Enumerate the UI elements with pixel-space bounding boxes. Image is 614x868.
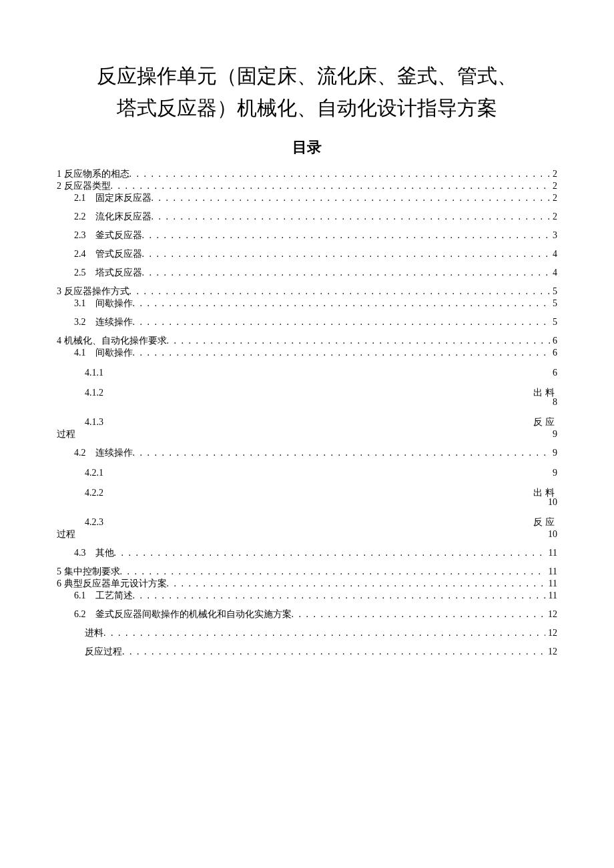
toc-leader-dots [151, 193, 551, 203]
toc-label: 2.2 流化床反应器 [57, 212, 151, 222]
toc-entry: 5 集中控制要求11 [57, 567, 557, 576]
toc-page-number: 12 [545, 610, 557, 619]
toc-entry: 3.2 连续操作5 [57, 318, 557, 327]
toc-page-number: 2 [550, 169, 557, 179]
toc-leader-dots [133, 348, 551, 358]
toc-page-number: 9 [553, 468, 557, 478]
toc-page-number: 5 [550, 299, 557, 308]
toc-entry: 4.1.2出料8 [57, 388, 557, 407]
toc-label: 5 集中控制要求 [57, 567, 120, 576]
toc-entry: 3.1 间歇操作5 [57, 299, 557, 308]
toc-label: 反应过程 [57, 647, 122, 657]
toc-entry-continuation: 过程10 [57, 530, 557, 539]
toc-cont-text: 过程 [57, 430, 75, 439]
toc-entry: 反应过程12 [57, 647, 557, 657]
toc-page-number: 9 [553, 430, 557, 439]
toc-page-number: 11 [546, 567, 557, 576]
toc-right: 反应 [533, 418, 557, 427]
toc-leader-dots [111, 181, 551, 191]
toc-entry: 4.2.3反应 [57, 518, 557, 527]
toc-leader-dots [151, 212, 551, 222]
toc-right: 出料10 [533, 488, 557, 507]
toc-label: 3.2 连续操作 [57, 318, 133, 327]
toc-label: 6.2 釜式反应器间歇操作的机械化和自动化实施方案 [57, 610, 292, 619]
toc-heading: 目录 [57, 137, 557, 157]
toc-right-text: 反应 [533, 517, 557, 527]
toc-page-number: 9 [550, 448, 557, 458]
toc-label: 6.1 工艺简述 [57, 591, 133, 600]
toc-label: 4.1.2 [57, 388, 103, 407]
toc-label: 3 反应器操作方式 [57, 287, 129, 296]
toc-page-number: 5 [550, 287, 557, 296]
toc-entry: 2.3 釜式反应器3 [57, 231, 557, 240]
toc-page-number: 12 [545, 628, 557, 638]
toc-leader-dots [142, 268, 551, 278]
toc-leader-dots [129, 287, 551, 296]
toc-page-number: 8 [533, 398, 557, 407]
toc-leader-dots [122, 647, 545, 657]
toc-entry: 3 反应器操作方式5 [57, 287, 557, 296]
toc-right: 反应 [533, 518, 557, 527]
toc-entry: 6.2 釜式反应器间歇操作的机械化和自动化实施方案12 [57, 610, 557, 619]
toc-leader-dots [129, 169, 551, 179]
toc-page-number: 11 [546, 548, 557, 558]
toc-label: 4.1.1 [57, 368, 103, 378]
toc-leader-dots [292, 610, 546, 619]
table-of-contents: 1 反应物系的相态22 反应器类型22.1 固定床反应器22.2 流化床反应器2… [57, 169, 557, 657]
toc-page-number: 3 [550, 231, 557, 240]
toc-entry: 4.3 其他11 [57, 548, 557, 558]
toc-cont-text: 过程 [57, 530, 75, 539]
toc-entry: 4.2.19 [57, 468, 557, 478]
toc-label: 4.1.3 [57, 418, 103, 427]
toc-entry: 2.1 固定床反应器2 [57, 193, 557, 203]
toc-page-number: 12 [545, 647, 557, 657]
toc-leader-dots [167, 336, 551, 346]
toc-page-number: 6 [550, 336, 557, 346]
toc-label: 2 反应器类型 [57, 181, 111, 191]
toc-page-number: 10 [533, 498, 557, 507]
toc-page-number: 2 [550, 181, 557, 191]
toc-label: 4.1 间歇操作 [57, 348, 133, 358]
toc-leader-dots [142, 231, 551, 240]
toc-page-number: 11 [546, 591, 557, 600]
toc-leader-dots [133, 299, 551, 308]
toc-right: 出料8 [533, 388, 557, 407]
toc-right: 9 [553, 468, 557, 478]
toc-page-number: 2 [550, 193, 557, 203]
toc-label: 6 典型反应器单元设计方案 [57, 579, 167, 588]
toc-label: 1 反应物系的相态 [57, 169, 129, 179]
toc-leader-dots [167, 579, 546, 588]
document-title: 反应操作单元（固定床、流化床、釜式、管式、 塔式反应器）机械化、自动化设计指导方… [57, 60, 557, 124]
toc-entry: 4.2 连续操作9 [57, 448, 557, 458]
toc-leader-dots [142, 250, 551, 259]
toc-label: 2.5 塔式反应器 [57, 268, 142, 278]
toc-entry: 6 典型反应器单元设计方案11 [57, 579, 557, 588]
toc-entry-continuation: 过程9 [57, 430, 557, 439]
toc-leader-dots [103, 628, 545, 638]
toc-label: 4.2.1 [57, 468, 103, 478]
toc-entry: 6.1 工艺简述11 [57, 591, 557, 600]
toc-label: 2.1 固定床反应器 [57, 193, 151, 203]
toc-page-number: 11 [546, 579, 557, 588]
toc-page-number: 10 [548, 530, 557, 539]
toc-entry: 进料12 [57, 628, 557, 638]
toc-entry: 4.1.3反应 [57, 418, 557, 427]
toc-entry: 2 反应器类型2 [57, 181, 557, 191]
toc-label: 4.3 其他 [57, 548, 114, 558]
toc-page-number: 2 [550, 212, 557, 222]
toc-leader-dots [133, 318, 551, 327]
toc-leader-dots [133, 448, 551, 458]
title-line-1: 反应操作单元（固定床、流化床、釜式、管式、 [57, 60, 557, 92]
toc-leader-dots [120, 567, 546, 576]
toc-page-number: 6 [553, 368, 557, 378]
toc-entry: 1 反应物系的相态2 [57, 169, 557, 179]
toc-leader-dots [133, 591, 546, 600]
toc-entry: 2.4 管式反应器4 [57, 250, 557, 259]
toc-label: 4.2 连续操作 [57, 448, 133, 458]
toc-right-text: 出料 [533, 388, 557, 398]
toc-entry: 2.2 流化床反应器2 [57, 212, 557, 222]
toc-entry: 2.5 塔式反应器4 [57, 268, 557, 278]
toc-page-number: 5 [550, 318, 557, 327]
toc-right-text: 出料 [533, 488, 557, 498]
toc-page-number: 6 [550, 348, 557, 358]
